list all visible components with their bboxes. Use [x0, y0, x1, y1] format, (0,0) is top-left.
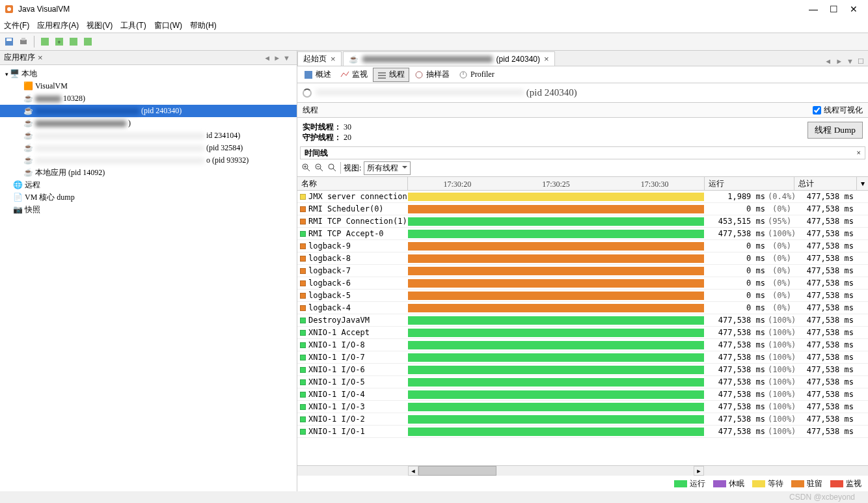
tab-start[interactable]: 起始页×	[297, 51, 342, 66]
thread-filter-select[interactable]: 所有线程	[364, 161, 411, 175]
subtab-overview[interactable]: 概述	[300, 68, 335, 82]
thread-bar	[408, 217, 704, 226]
subtab-profiler[interactable]: Profiler	[455, 68, 498, 82]
thread-row[interactable]: logback-70 ms(0%)477,538 ms	[297, 265, 868, 277]
java-icon: ☕	[23, 94, 33, 103]
tree-app-240340[interactable]: ☕ (pid 240340)	[0, 105, 297, 117]
tab-app[interactable]: ☕(pid 240340)×	[343, 51, 555, 66]
thread-row[interactable]: logback-50 ms(0%)477,538 ms	[297, 290, 868, 302]
close-button[interactable]: ✕	[850, 4, 858, 14]
thread-row[interactable]: logback-60 ms(0%)477,538 ms	[297, 277, 868, 290]
thread-run-cell: 477,538 ms(100%)	[704, 228, 794, 239]
thread-name: XNIO-1 I/O-8	[308, 340, 365, 349]
tab-dropdown-icon[interactable]: ▼	[847, 57, 854, 66]
thread-row[interactable]: XNIO-1 I/O-7477,538 ms(100%)477,538 ms	[297, 351, 868, 364]
thread-row[interactable]: logback-40 ms(0%)477,538 ms	[297, 302, 868, 314]
tree-remote[interactable]: 🌐远程	[0, 179, 297, 191]
thread-row[interactable]: XNIO-1 I/O-5477,538 ms(100%)477,538 ms	[297, 376, 868, 388]
thread-row[interactable]: XNIO-1 I/O-1477,538 ms(100%)477,538 ms	[297, 426, 868, 438]
tree-app-10328[interactable]: ☕ 10328)	[0, 92, 297, 105]
maximize-button[interactable]: ☐	[830, 4, 838, 14]
close-panel-icon[interactable]: ×	[38, 53, 43, 62]
thread-row[interactable]: XNIO-1 Accept477,538 ms(100%)477,538 ms	[297, 327, 868, 339]
zoom-out-icon[interactable]	[314, 163, 325, 173]
menu-file[interactable]: 文件(F)	[4, 20, 29, 31]
zoom-fit-icon[interactable]	[327, 163, 338, 173]
thread-name: XNIO-1 I/O-3	[308, 402, 365, 411]
subtab-monitor[interactable]: 监视	[336, 68, 372, 82]
collapse-timeline-icon[interactable]: ×	[856, 148, 861, 158]
subtab-threads[interactable]: 线程	[373, 68, 409, 82]
thread-row[interactable]: RMI Scheduler(0)0 ms(0%)477,538 ms	[297, 203, 868, 215]
tree-coredump[interactable]: 📄VM 核心 dump	[0, 191, 297, 204]
state-swatch	[300, 355, 306, 360]
menu-view[interactable]: 视图(V)	[87, 20, 113, 31]
col-name[interactable]: 名称	[297, 177, 408, 190]
minimize-button[interactable]: —	[809, 4, 818, 14]
thread-row[interactable]: RMI TCP Connection(1)-192.453,515 ms(95%…	[297, 215, 868, 228]
panel-dropdown-icon[interactable]: ▼	[283, 54, 290, 62]
thread-dump-button[interactable]: 线程 Dump	[807, 122, 863, 139]
thread-row[interactable]: JMX server connection time1,989 ms(0.4%)…	[297, 191, 868, 203]
plugin1-icon[interactable]	[38, 35, 51, 48]
daemon-value: 20	[344, 133, 351, 142]
timeline-header: 时间线 ×	[300, 146, 865, 159]
watermark: CSDN @xcbeyond	[0, 491, 868, 503]
thread-bar-cell	[408, 265, 704, 277]
col-total[interactable]: 总计	[794, 177, 856, 190]
scroll-left-icon[interactable]: ◄	[408, 466, 418, 476]
thread-row[interactable]: logback-90 ms(0%)477,538 ms	[297, 240, 868, 252]
panel-next-icon[interactable]: ►	[273, 54, 280, 62]
thread-header-label: 线程	[303, 105, 318, 116]
tree-app-93932[interactable]: ☕ o (pid 93932)	[0, 154, 297, 167]
menu-applications[interactable]: 应用程序(A)	[37, 20, 79, 31]
horizontal-scrollbar[interactable]: ◄ ►	[297, 465, 868, 476]
scroll-right-icon[interactable]: ►	[694, 466, 704, 476]
save-icon[interactable]	[3, 35, 16, 48]
thread-stats: 实时线程： 30 守护线程： 20 线程 Dump	[297, 118, 868, 146]
menu-window[interactable]: 窗口(W)	[154, 20, 182, 31]
thread-row[interactable]: logback-80 ms(0%)477,538 ms	[297, 252, 868, 265]
tree-app-32584[interactable]: ☕ (pid 32584)	[0, 142, 297, 154]
thread-name: logback-9	[308, 241, 351, 251]
thread-name-cell: XNIO-1 I/O-7	[297, 351, 408, 363]
state-swatch	[300, 268, 306, 274]
thread-grid[interactable]: JMX server connection time1,989 ms(0.4%)…	[297, 191, 868, 465]
thread-row[interactable]: XNIO-1 I/O-8477,538 ms(100%)477,538 ms	[297, 339, 868, 351]
menu-help[interactable]: 帮助(H)	[190, 20, 217, 31]
close-icon[interactable]: ×	[331, 54, 336, 64]
thread-row[interactable]: XNIO-1 I/O-4477,538 ms(100%)477,538 ms	[297, 388, 868, 401]
scroll-track[interactable]	[418, 466, 694, 476]
thread-run-cell: 477,538 ms(100%)	[704, 364, 794, 375]
plugin4-icon[interactable]	[81, 35, 94, 48]
svg-point-1	[7, 7, 11, 11]
col-menu-icon[interactable]: ▾	[856, 177, 868, 190]
menu-tools[interactable]: 工具(T)	[120, 20, 146, 31]
tree-app-234104[interactable]: ☕ id 234104)	[0, 129, 297, 142]
plugin2-icon[interactable]: +	[53, 35, 66, 48]
thread-row[interactable]: XNIO-1 I/O-3477,538 ms(100%)477,538 ms	[297, 401, 868, 413]
plugin3-icon[interactable]	[67, 35, 80, 48]
tree-app-unknown[interactable]: ☕ )	[0, 117, 297, 129]
tree-app-14092[interactable]: ☕本地应用 (pid 14092)	[0, 167, 297, 179]
tab-restore-icon[interactable]: ☐	[858, 57, 864, 66]
thread-row[interactable]: DestroyJavaVM477,538 ms(100%)477,538 ms	[297, 314, 868, 327]
app-icon: 🟧	[23, 82, 33, 91]
panel-prev-icon[interactable]: ◄	[264, 54, 271, 62]
thread-row[interactable]: RMI TCP Accept-0477,538 ms(100%)477,538 …	[297, 228, 868, 240]
tab-next-icon[interactable]: ►	[835, 57, 843, 66]
col-run[interactable]: 运行	[704, 177, 794, 190]
thread-row[interactable]: XNIO-1 I/O-2477,538 ms(100%)477,538 ms	[297, 413, 868, 426]
scroll-thumb[interactable]	[418, 466, 496, 476]
subtab-sampler[interactable]: 抽样器	[411, 68, 454, 82]
thread-row[interactable]: XNIO-1 I/O-6477,538 ms(100%)477,538 ms	[297, 364, 868, 376]
thread-visualize-checkbox[interactable]: 线程可视化	[813, 105, 863, 116]
zoom-in-icon[interactable]	[301, 163, 312, 173]
tree-local[interactable]: ▾🖥️本地	[0, 68, 297, 80]
tab-prev-icon[interactable]: ◄	[824, 57, 832, 66]
close-icon[interactable]: ×	[544, 54, 549, 64]
tree-visualvm[interactable]: 🟧VisualVM	[0, 80, 297, 92]
tree-snapshot[interactable]: 📷快照	[0, 204, 297, 216]
thread-bar	[408, 390, 704, 399]
print-icon[interactable]	[17, 35, 30, 48]
